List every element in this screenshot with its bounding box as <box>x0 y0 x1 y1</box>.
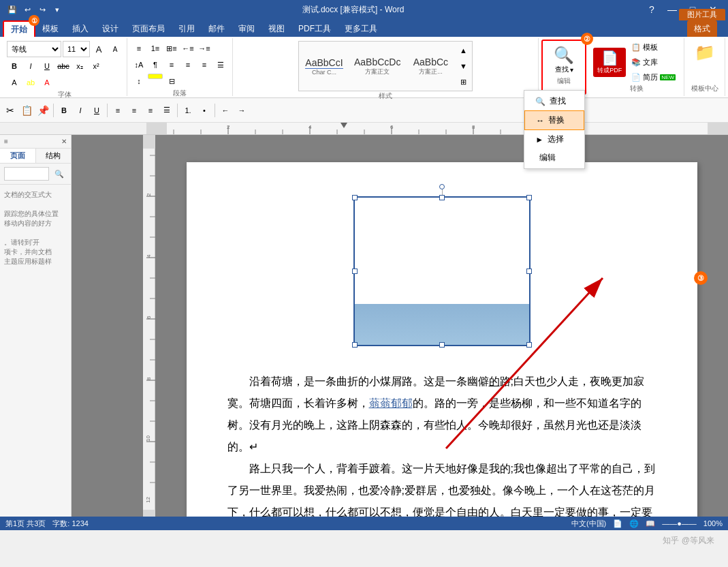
align-right-fmt-btn[interactable]: ≡ <box>143 103 158 118</box>
status-words: 字数: 1234 <box>52 519 89 529</box>
search-go-btn[interactable]: 🔍 <box>52 166 67 181</box>
indent-inc-fmt-btn[interactable]: → <box>234 103 249 118</box>
underline-btn[interactable]: U <box>39 59 54 74</box>
italic-fmt-btn[interactable]: I <box>73 103 88 118</box>
library-btn[interactable]: 📚 文库 <box>627 56 680 69</box>
handle-bl[interactable] <box>352 342 358 348</box>
style-scheme-alt[interactable]: AaBbCc 方案正... <box>407 54 454 79</box>
font-shrink-btn[interactable]: A <box>108 42 123 57</box>
picture-tools-label: 图片工具 <box>679 9 725 20</box>
simple-btn[interactable]: 📄 简历 NEW <box>627 71 680 84</box>
tab-review[interactable]: 审阅 <box>232 20 262 37</box>
underline-fmt-btn[interactable]: U <box>89 103 104 118</box>
handle-tr[interactable] <box>526 195 532 200</box>
tab-mail[interactable]: 邮件 <box>202 20 232 37</box>
convert-pdf-btn[interactable]: 📄 转成PDF <box>593 48 626 77</box>
handle-br[interactable] <box>526 342 532 348</box>
align-left-fmt-btn[interactable]: ≡ <box>110 103 125 118</box>
numbering-fmt-btn[interactable]: 1. <box>180 103 195 118</box>
strikethrough-btn[interactable]: abc <box>56 59 71 74</box>
text-effect-btn[interactable]: A <box>7 75 22 90</box>
status-read-btn[interactable]: 📖 <box>646 519 655 528</box>
tab-template[interactable]: 模板 <box>35 20 65 37</box>
find-replace-btn[interactable]: 🔍 查找 ▾ <box>548 44 580 76</box>
align-center-btn[interactable]: ≡ <box>180 57 195 72</box>
list-bullet-btn[interactable]: ≡ <box>131 41 146 56</box>
list-multi-btn[interactable]: ⊞≡ <box>164 41 179 56</box>
select-icon: ► <box>535 135 543 144</box>
highlight-btn[interactable]: ab <box>23 75 38 90</box>
italic-btn[interactable]: I <box>23 59 38 74</box>
template-btn[interactable]: 📋 模板 <box>627 41 680 54</box>
font-size-select[interactable]: 11 <box>63 41 90 57</box>
shading-btn[interactable] <box>148 74 163 79</box>
indent-increase-btn[interactable]: →≡ <box>197 41 212 56</box>
style-scheme-text[interactable]: AaBbCcDc 方案正文 <box>349 54 405 79</box>
tab-design[interactable]: 设计 <box>95 20 125 37</box>
font-grow-btn[interactable]: A <box>91 42 106 57</box>
align-center-fmt-btn[interactable]: ≡ <box>127 103 142 118</box>
align-left-btn[interactable]: ≡ <box>164 57 179 72</box>
tab-page[interactable]: 页面 <box>0 149 36 163</box>
edit-menu-item[interactable]: 编辑 <box>524 149 584 167</box>
style-expand[interactable]: ⊞ <box>456 74 471 89</box>
handle-ml[interactable] <box>352 269 358 274</box>
search-input[interactable] <box>4 167 49 181</box>
tab-structure[interactable]: 结构 <box>36 149 72 163</box>
tab-insert[interactable]: 插入 <box>65 20 95 37</box>
image-frame[interactable] <box>353 196 531 346</box>
indent-dec-fmt-btn[interactable]: ← <box>218 103 233 118</box>
status-zoom-slider[interactable]: ——●—— <box>662 519 697 527</box>
tab-start[interactable]: 开始 ① <box>3 20 35 37</box>
list-number-btn[interactable]: 1≡ <box>148 41 163 56</box>
style-scroll-down[interactable]: ▼ <box>456 59 471 74</box>
copy-btn[interactable]: 📋 <box>19 103 34 118</box>
style-scroll-up[interactable]: ▲ <box>456 43 471 58</box>
customize-btn[interactable]: ▾ <box>50 3 64 16</box>
rotate-handle[interactable] <box>439 184 445 189</box>
font-name-select[interactable]: 等线 <box>7 41 61 57</box>
style-char-c[interactable]: AaBbCcI Char C... <box>300 55 348 78</box>
show-hide-btn[interactable]: ¶ <box>148 57 163 72</box>
document-area[interactable]: 2 4 6 8 10 12 <box>72 135 728 517</box>
save-btn[interactable]: 💾 <box>5 3 19 16</box>
line-space-btn[interactable]: ↕ <box>131 74 146 89</box>
align-right-btn[interactable]: ≡ <box>197 57 212 72</box>
bold-fmt-btn[interactable]: B <box>57 103 72 118</box>
redo-btn[interactable]: ↪ <box>35 3 49 16</box>
divider-3 <box>177 104 178 117</box>
indent-decrease-btn[interactable]: ←≡ <box>180 41 195 56</box>
paste-btn[interactable]: 📌 <box>35 103 50 118</box>
tab-pdf[interactable]: PDF工具 <box>291 20 338 37</box>
main-layout: ≡ ✕ 页面 结构 🔍 文档的交互式大 跟踪您的具体位置 移动内容的好方 。请转… <box>0 135 728 517</box>
template-center-btn[interactable]: 📁 <box>689 41 721 64</box>
status-web-btn[interactable]: 🌐 <box>629 519 639 528</box>
justify-btn[interactable]: ☰ <box>213 57 228 72</box>
replace-menu-item[interactable]: ↔ 替换 <box>524 110 584 130</box>
sort-btn[interactable]: ↕A <box>131 57 146 72</box>
cut-btn[interactable]: ✂ <box>3 103 18 118</box>
help-button[interactable]: ? <box>642 3 661 16</box>
left-panel-close-btn[interactable]: ✕ <box>61 138 67 145</box>
font-color-btn[interactable]: A <box>39 75 54 90</box>
tab-layout[interactable]: 页面布局 <box>125 20 172 37</box>
superscript-btn[interactable]: x² <box>89 59 104 74</box>
justify-fmt-btn[interactable]: ☰ <box>159 103 174 118</box>
handle-mr[interactable] <box>526 269 532 274</box>
tab-references[interactable]: 引用 <box>172 20 202 37</box>
border-btn[interactable]: ⊟ <box>164 74 179 89</box>
handle-tl[interactable] <box>352 195 358 200</box>
tab-more[interactable]: 更多工具 <box>338 20 384 37</box>
tab-view-label: 视图 <box>268 23 285 35</box>
subscript-btn[interactable]: x₂ <box>72 59 87 74</box>
bold-btn[interactable]: B <box>7 59 22 74</box>
handle-tc[interactable] <box>439 195 445 200</box>
undo-btn[interactable]: ↩ <box>20 3 34 16</box>
tab-view[interactable]: 视图 <box>262 20 291 37</box>
tab-format[interactable]: 格式 <box>687 20 717 37</box>
status-view-btn[interactable]: 📄 <box>613 519 622 528</box>
bullets-fmt-btn[interactable]: • <box>197 103 212 118</box>
select-menu-item[interactable]: ► 选择 <box>524 130 584 149</box>
handle-bc[interactable] <box>439 342 445 348</box>
find-menu-item[interactable]: 🔍 查找 <box>524 92 584 110</box>
